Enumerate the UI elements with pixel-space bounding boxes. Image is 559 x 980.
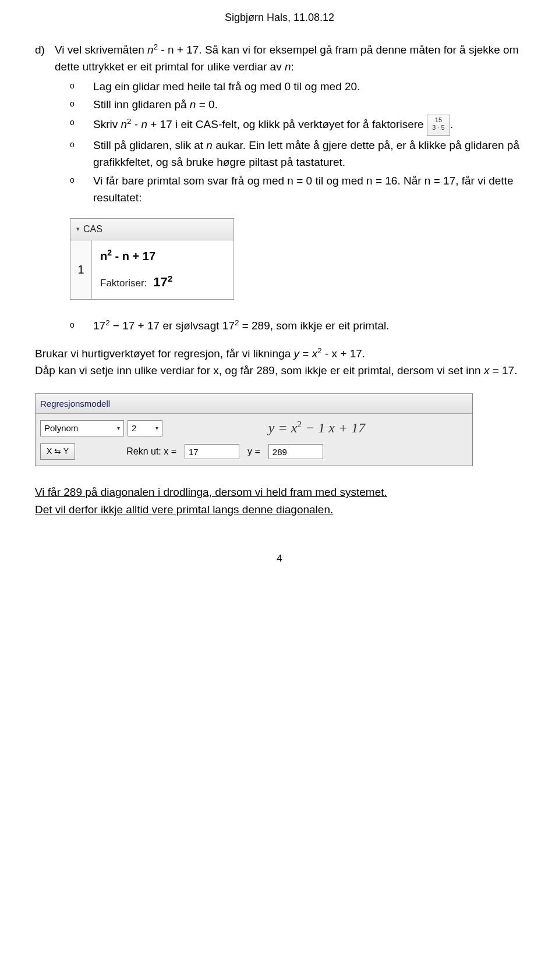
p2-l2x: x [484, 364, 490, 377]
regression-type-select[interactable]: Polynom ▾ [40, 420, 124, 436]
regression-panel: Regresjonsmodell Polynom ▾ 2 ▾ y = x2 − … [35, 393, 473, 466]
b2-post: = 0. [196, 98, 218, 111]
cas-input-n: n [100, 250, 107, 262]
cas-cell: n2 - n + 17 Faktoriser: 172 [92, 240, 233, 299]
b4-pre: Still på glidaren, slik at [93, 139, 206, 151]
d-pre: Vi vel skrivemåten [55, 44, 147, 56]
conclusion: Vi får 289 på diagonalen i drodlinga, de… [35, 484, 524, 518]
b2-n: n [190, 98, 196, 111]
b6-mid1: − 17 + 17 er sjølvsagt 17 [110, 319, 235, 332]
item-d: d) Vi vel skrivemåten n2 - n + 17. Så ka… [35, 41, 524, 76]
regression-row-2: X ⇆ Y Rekn ut: x = 17 y = 289 [40, 443, 468, 460]
chevron-down-icon: ▾ [117, 424, 120, 433]
p2-y: y [294, 347, 300, 360]
d-n: n [285, 61, 291, 73]
regression-body: Polynom ▾ 2 ▾ y = x2 − 1 x + 17 X ⇆ Y Re… [36, 414, 472, 466]
calc-x-label: Rekn ut: x = [126, 445, 176, 459]
chevron-down-icon: ▾ [76, 224, 80, 234]
factorize-icon: 153 · 5 [427, 115, 450, 136]
bullet-3-text: Skriv n2 - n + 17 i eit CAS-felt, og kli… [93, 115, 453, 136]
cas-out-exp: 2 [168, 274, 173, 283]
bullet-3: o Skriv n2 - n + 17 i eit CAS-felt, og k… [70, 115, 524, 136]
regression-type-value: Polynom [44, 421, 78, 435]
sublist-2: o 172 − 17 + 17 er sjølvsagt 172 = 289, … [35, 317, 524, 334]
bullet-4-text: Still på glidaren, slik at n aukar. Ein … [93, 137, 524, 171]
bullet-marker: o [70, 317, 93, 334]
regression-formula: y = x2 − 1 x + 17 [166, 417, 468, 439]
p2-eq: = [299, 347, 312, 360]
b6-pre: 17 [93, 319, 105, 332]
b2-pre: Still inn glidaren på [93, 98, 190, 111]
b3-n2: n [141, 118, 147, 130]
d-colon: : [291, 61, 294, 73]
b3-mid2: + 17 i eit CAS-felt, og klikk på verktøy… [147, 118, 427, 130]
y-output: 289 [268, 444, 323, 459]
bullet-marker: o [70, 96, 93, 113]
bullet-1-text: Lag ein glidar med heile tal frå og med … [93, 78, 360, 95]
icon-line2: 3 · 5 [432, 124, 444, 131]
icon-line1: 15 [435, 116, 442, 123]
cas-output-value: 172 [153, 275, 172, 289]
bullet-4: o Still på glidaren, slik at n aukar. Ei… [70, 137, 524, 171]
bullet-marker: o [70, 137, 93, 171]
cas-input[interactable]: n2 - n + 17 [100, 247, 225, 265]
b3-post: . [450, 118, 453, 130]
bullet-marker: o [70, 115, 93, 136]
bullet-5: o Vi får bare primtal som svar frå og me… [70, 172, 524, 207]
cas-output-label: Faktoriser: [100, 278, 147, 289]
page-header: Sigbjørn Hals, 11.08.12 [35, 12, 524, 24]
regression-title: Regresjonsmodell [36, 394, 472, 414]
concl-line1: Vi får 289 på diagonalen i drodlinga, de… [35, 486, 387, 498]
b3-pre: Skriv [93, 118, 121, 130]
cas-out-base: 17 [153, 275, 167, 289]
b3-mid: - [131, 118, 141, 130]
cas-row: 1 n2 - n + 17 Faktoriser: 172 [70, 240, 233, 299]
regression-degree-select[interactable]: 2 ▾ [128, 420, 162, 436]
b3-n: n [121, 118, 128, 130]
d-expr-n: n [147, 44, 154, 56]
calc-y-label: y = [247, 445, 260, 459]
b6-mid2: = 289, som ikkje er eit primtal. [239, 319, 389, 332]
bullet-6: o 172 − 17 + 17 er sjølvsagt 172 = 289, … [70, 317, 524, 334]
cas-input-rest: - n + 17 [112, 250, 155, 262]
bullet-2-text: Still inn glidaren på n = 0. [93, 96, 218, 113]
bullet-6-text: 172 − 17 + 17 er sjølvsagt 172 = 289, so… [93, 317, 390, 334]
page-number: 4 [35, 553, 524, 564]
bullet-marker: o [70, 78, 93, 95]
cas-tab[interactable]: ▾ CAS [70, 219, 233, 241]
concl-line2: Det vil derfor ikkje alltid vere primtal… [35, 503, 333, 516]
b4-n: n [206, 139, 213, 151]
bullet-2: o Still inn glidaren på n = 0. [70, 96, 524, 113]
list-marker-d: d) [35, 41, 55, 76]
cas-row-number: 1 [70, 240, 92, 299]
x-input[interactable]: 17 [185, 444, 239, 459]
bullet-5-text: Vi får bare primtal som svar frå og med … [93, 172, 524, 207]
swap-xy-button[interactable]: X ⇆ Y [40, 443, 75, 460]
cas-panel: ▾ CAS 1 n2 - n + 17 Faktoriser: 172 [70, 218, 234, 300]
p2-x: x [312, 347, 318, 360]
cas-tab-label: CAS [83, 222, 102, 237]
bullet-marker: o [70, 172, 93, 207]
paragraph-regress-intro: Brukar vi hurtigverktøyet for regresjon,… [35, 345, 524, 379]
sublist-1: o Lag ein glidar med heile tal frå og me… [35, 78, 524, 207]
regression-degree-value: 2 [132, 421, 136, 435]
regression-row-1: Polynom ▾ 2 ▾ y = x2 − 1 x + 17 [40, 417, 468, 439]
chevron-down-icon: ▾ [155, 424, 158, 433]
p2-pre: Brukar vi hurtigverktøyet for regresjon,… [35, 347, 294, 360]
p2-l2pre: Dåp kan vi setje inn ulike verdiar for x… [35, 364, 484, 377]
p2-rest: - x + 17. [322, 347, 365, 360]
p2-l2post: = 17. [489, 364, 517, 377]
item-d-text: Vi vel skrivemåten n2 - n + 17. Så kan v… [55, 41, 524, 76]
cas-output: Faktoriser: 172 [100, 272, 225, 292]
bullet-1: o Lag ein glidar med heile tal frå og me… [70, 78, 524, 95]
